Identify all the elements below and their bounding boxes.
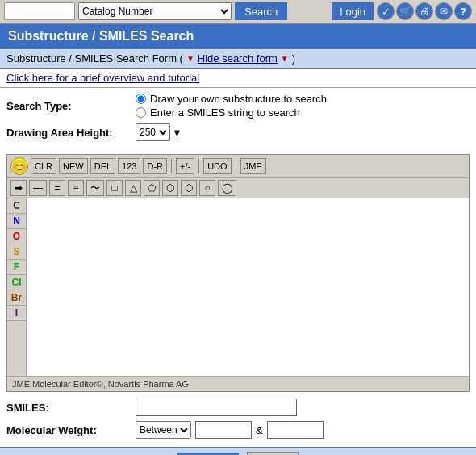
email-icon[interactable]: ✉ — [435, 2, 453, 20]
nav-icons: ✓ 🛒 🖨 ✉ ? — [377, 2, 472, 20]
height-dropdown-arrow: ▼ — [172, 127, 182, 139]
jme-123-button[interactable]: 123 — [118, 158, 140, 174]
radio-substructure-input[interactable] — [136, 94, 146, 104]
jme-oxygen-button[interactable]: O — [7, 229, 26, 244]
mol-weight-controls: Between & — [136, 421, 324, 439]
section-header: Substructure / SMILES Search Form ( ▼ Hi… — [0, 48, 476, 69]
jme-atom-panel: C N O S F Cl Br I — [7, 198, 27, 376]
mol-weight-max-input[interactable] — [267, 421, 324, 439]
checkmark-icon[interactable]: ✓ — [377, 2, 395, 20]
jme-canvas-area: C N O S F Cl Br I — [7, 198, 469, 376]
overview-area: Click here for a brief overview and tuto… — [0, 69, 476, 88]
mol-weight-type-select[interactable]: Between — [136, 421, 191, 439]
jme-chlorine-button[interactable]: Cl — [7, 275, 26, 290]
login-button[interactable]: Login — [332, 2, 374, 20]
search-type-row: Search Type: Draw your own substructure … — [6, 93, 470, 119]
section-header-close: ) — [292, 52, 295, 65]
jme-new-button[interactable]: NEW — [59, 158, 88, 174]
jme-clr-button[interactable]: CLR — [31, 158, 56, 174]
jme-ring-button[interactable]: ◯ — [218, 180, 236, 196]
jme-double-bond-button[interactable]: = — [49, 180, 65, 196]
triangle-icon2: ▼ — [281, 54, 289, 63]
jme-fluorine-button[interactable]: F — [7, 260, 26, 275]
drawing-height-row: Drawing Area Height: 250 ▼ — [6, 123, 470, 141]
jme-arrow-button[interactable]: ➡ — [10, 180, 27, 196]
jme-toolbar: 😊 CLR NEW DEL 123 D-R +/- UDO JME — [7, 155, 469, 178]
jme-square-button[interactable]: □ — [106, 180, 123, 196]
reset-button[interactable]: Reset — [247, 452, 299, 455]
radio-substructure[interactable]: Draw your own substructure to search — [136, 93, 327, 105]
drawing-height-select[interactable]: 250 — [136, 123, 170, 141]
search-type-label: Search Type: — [6, 100, 136, 112]
search-type-options: Draw your own substructure to search Ent… — [136, 93, 327, 119]
jme-pentagon2-button[interactable]: ⬡ — [162, 180, 178, 196]
jme-separator3 — [236, 159, 236, 173]
catalog-type-select[interactable]: Catalog Number — [78, 2, 232, 20]
jme-udo-button[interactable]: UDO — [203, 158, 231, 174]
radio-smiles[interactable]: Enter a SMILES string to search — [136, 106, 327, 119]
page-title: Substructure / SMILES Search — [0, 24, 476, 48]
top-bar: Catalog Number Search Login ✓ 🛒 🖨 ✉ ? — [0, 0, 476, 24]
search-button[interactable]: Search — [235, 2, 287, 20]
jme-editor: 😊 CLR NEW DEL 123 D-R +/- UDO JME ➡ — = … — [6, 154, 470, 392]
jme-separator2 — [198, 159, 199, 173]
jme-del-button[interactable]: DEL — [90, 158, 115, 174]
mol-weight-min-input[interactable] — [195, 421, 252, 439]
fields-area: SMILES: Molecular Weight: Between & — [0, 395, 476, 447]
jme-sulfur-button[interactable]: S — [7, 244, 26, 260]
jme-carbon-button[interactable]: C — [7, 198, 26, 214]
radio-smiles-label: Enter a SMILES string to search — [150, 106, 300, 119]
mol-weight-label: Molecular Weight: — [6, 424, 136, 436]
jme-dr-button[interactable]: D-R — [143, 158, 167, 174]
jme-shapes-row: ➡ — = ≡ 〜 □ △ ⬠ ⬡ ⬡ ○ ◯ — [7, 178, 469, 198]
jme-drawing-canvas[interactable] — [27, 198, 469, 376]
mol-weight-row: Molecular Weight: Between & — [6, 421, 470, 439]
overview-link[interactable]: Click here for a brief overview and tuto… — [6, 72, 199, 84]
drawing-height-label: Drawing Area Height: — [6, 127, 136, 139]
jme-nitrogen-button[interactable]: N — [7, 214, 26, 229]
jme-circle-button[interactable]: ○ — [199, 180, 215, 196]
jme-jme-button[interactable]: JME — [240, 158, 266, 174]
jme-plusminus-button[interactable]: +/- — [176, 158, 194, 174]
jme-separator — [171, 159, 172, 173]
radio-smiles-input[interactable] — [136, 107, 146, 118]
section-header-text: Substructure / SMILES Search Form ( — [6, 52, 183, 65]
smiles-row: SMILES: — [6, 399, 470, 416]
jme-pentagon-button[interactable]: ⬠ — [144, 180, 160, 196]
mol-weight-and-label: & — [256, 424, 263, 436]
print-icon[interactable]: 🖨 — [415, 2, 433, 20]
smiles-input[interactable] — [136, 399, 297, 416]
jme-triangle-button[interactable]: △ — [125, 180, 141, 196]
jme-iodine-button[interactable]: I — [7, 306, 26, 321]
jme-single-bond-button[interactable]: — — [29, 180, 47, 196]
radio-substructure-label: Draw your own substructure to search — [150, 93, 327, 105]
jme-bromine-button[interactable]: Br — [7, 290, 26, 306]
triangle-icon: ▼ — [186, 54, 194, 63]
jme-smiley-button[interactable]: 😊 — [10, 157, 28, 175]
jme-hexagon-button[interactable]: ⬡ — [181, 180, 197, 196]
jme-triple-bond-button[interactable]: ≡ — [68, 180, 84, 196]
help-icon[interactable]: ? — [454, 2, 472, 20]
jme-wavy-button[interactable]: 〜 — [86, 180, 104, 196]
smiles-label: SMILES: — [6, 402, 136, 414]
jme-footer: JME Molecular Editor©, Novartis Pharma A… — [7, 376, 469, 391]
catalog-search-input[interactable] — [4, 2, 75, 20]
cart-icon[interactable]: 🛒 — [396, 2, 414, 20]
search-type-area: Search Type: Draw your own substructure … — [0, 88, 476, 151]
submit-row: Submit Reset — [0, 447, 476, 455]
hide-search-link[interactable]: Hide search form — [198, 52, 278, 65]
